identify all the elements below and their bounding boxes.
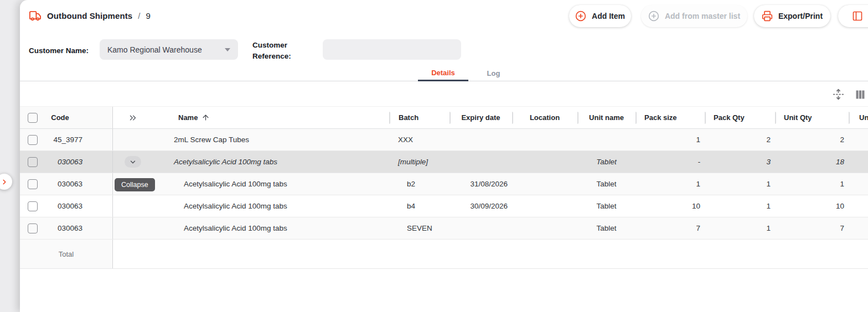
customer-name-label: Customer Name:	[29, 45, 89, 56]
column-header-un-truncated[interactable]: Un	[849, 107, 868, 128]
row-expiry-date	[450, 151, 512, 173]
row-unit-name: Tablet	[577, 173, 636, 195]
row-un-truncated	[849, 195, 868, 217]
column-header-expiry-date[interactable]: Expiry date	[450, 107, 512, 128]
caret-down-icon	[225, 48, 230, 51]
row-pack-size: 1	[636, 129, 705, 150]
table-row[interactable]: 45_3977 2mL Screw Cap Tubes XXX 1 2 2	[20, 129, 868, 151]
table-row[interactable]: 030063 Acetylsalicylic Acid 100mg tabs b…	[20, 195, 868, 217]
export-print-button[interactable]: Export/Print	[754, 5, 830, 27]
tab-log[interactable]: Log	[468, 65, 519, 81]
row-batch: XXX	[389, 129, 450, 150]
add-item-button[interactable]: Add Item	[569, 5, 631, 27]
row-un-truncated	[849, 151, 868, 173]
row-unit-qty: 7	[775, 217, 849, 239]
main-panel: Outbound Shipments / 9 Add Item Add from…	[20, 0, 868, 312]
table-row[interactable]: 030063 Acetylsalicylic Acid 100mg tabs S…	[20, 217, 868, 240]
row-un-truncated	[849, 129, 868, 150]
row-unit-name: Tablet	[577, 151, 636, 173]
customer-name-dropdown[interactable]: Kamo Regional Warehouse	[100, 39, 238, 60]
column-header-pack-size[interactable]: Pack size	[636, 107, 705, 128]
header-pinned-cell: Code	[20, 107, 113, 128]
plus-circle-icon	[648, 11, 659, 22]
row-batch: [multiple]	[389, 151, 450, 173]
table-row[interactable]: 030063 Acetylsalicylic Acid 100mg tabs […	[20, 151, 868, 173]
row-expand-cell	[113, 217, 153, 239]
row-pack-qty: 1	[705, 195, 775, 217]
row-code: 030063	[58, 202, 82, 210]
column-header-unit-qty[interactable]: Unit Qty	[775, 107, 849, 128]
page-title: Outbound Shipments	[47, 11, 132, 20]
collapsed-sidebar	[0, 0, 20, 312]
printer-icon	[762, 11, 773, 22]
row-expand-cell	[113, 151, 153, 173]
row-unit-qty: 10	[775, 195, 849, 217]
row-name: Acetylsalicylic Acid 100mg tabs	[153, 151, 389, 173]
row-location	[512, 173, 577, 195]
panel-left-icon	[852, 11, 863, 22]
sort-arrow-up-icon	[202, 113, 210, 122]
row-name: 2mL Screw Cap Tubes	[153, 129, 389, 150]
add-from-master-list-button[interactable]: Add from master list	[641, 5, 747, 27]
row-unit-qty: 18	[775, 151, 849, 173]
add-item-label: Add Item	[592, 12, 625, 20]
row-pack-size: 1	[636, 173, 705, 195]
row-pinned-cell: 030063	[20, 217, 113, 239]
customer-name-value: Kamo Regional Warehouse	[107, 45, 225, 54]
row-pinned-cell: 030063	[20, 151, 113, 173]
column-header-name[interactable]: Name	[153, 107, 389, 128]
row-batch: b2	[389, 173, 450, 195]
expand-all-button[interactable]	[113, 107, 153, 128]
row-checkbox[interactable]	[28, 201, 38, 211]
row-pinned-cell: 030063	[20, 173, 113, 195]
title-separator: /	[138, 11, 140, 20]
row-checkbox[interactable]	[28, 157, 38, 167]
table-controls	[20, 89, 868, 102]
row-unit-name: Tablet	[577, 195, 636, 217]
more-button-partial[interactable]: M	[838, 5, 868, 27]
row-batch: SEVEN	[389, 217, 450, 239]
row-code: 030063	[58, 180, 82, 188]
column-header-location[interactable]: Location	[512, 107, 577, 128]
row-height-unfold-vertical-icon[interactable]	[833, 89, 844, 100]
tab-details[interactable]: Details	[418, 65, 468, 81]
row-expiry-date: 30/09/2026	[450, 195, 512, 217]
row-code: 030063	[58, 158, 82, 166]
customer-reference-label: Customer Reference:	[252, 40, 302, 61]
row-unit-qty: 2	[775, 129, 849, 150]
row-pack-qty: 3	[705, 151, 775, 173]
row-pack-qty: 2	[705, 129, 775, 150]
columns-icon[interactable]	[855, 89, 866, 101]
row-code: 45_3977	[53, 136, 82, 144]
row-batch: b4	[389, 195, 450, 217]
select-all-checkbox[interactable]	[28, 113, 38, 123]
page-heading: Outbound Shipments / 9	[29, 9, 151, 22]
customer-reference-input[interactable]	[323, 39, 461, 60]
total-pinned-cell: Total	[20, 240, 113, 268]
row-location	[512, 195, 577, 217]
row-location	[512, 129, 577, 150]
row-code: 030063	[58, 224, 82, 232]
row-pack-size: 10	[636, 195, 705, 217]
row-checkbox[interactable]	[28, 135, 38, 145]
total-label: Total	[59, 250, 74, 258]
column-header-code[interactable]: Code	[38, 113, 82, 122]
row-checkbox[interactable]	[28, 223, 38, 233]
column-header-unit-name[interactable]: Unit name	[577, 107, 636, 128]
row-pinned-cell: 45_3977	[20, 129, 113, 150]
column-header-batch[interactable]: Batch	[389, 107, 450, 128]
export-print-label: Export/Print	[778, 12, 823, 20]
column-header-pack-qty[interactable]: Pack Qty	[705, 107, 775, 128]
collapse-tooltip: Collapse	[115, 178, 155, 191]
row-unit-qty: 1	[775, 173, 849, 195]
column-header-name-label: Name	[178, 113, 198, 122]
tab-bar: Details Log	[20, 65, 868, 81]
row-expiry-date	[450, 129, 512, 150]
shipment-count: 9	[146, 11, 150, 20]
row-checkbox[interactable]	[28, 179, 38, 189]
collapse-toggle-button[interactable]	[125, 156, 141, 168]
plus-circle-icon	[575, 11, 586, 22]
row-pack-size: 7	[636, 217, 705, 239]
top-bar: Outbound Shipments / 9 Add Item Add from…	[20, 0, 868, 32]
row-un-truncated	[849, 217, 868, 239]
